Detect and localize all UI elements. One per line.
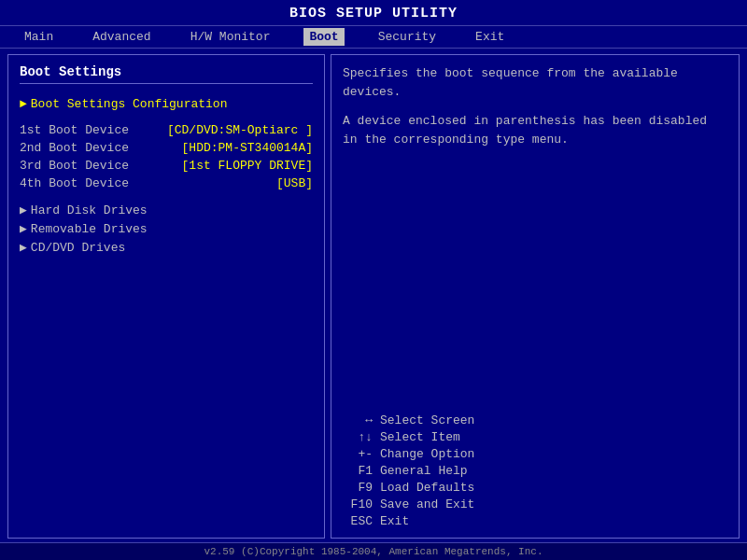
- key-symbol: F1: [343, 464, 380, 478]
- main-content: Boot Settings ► Boot Settings Configurat…: [7, 54, 740, 539]
- sub-link[interactable]: ▶Removable Drives: [20, 221, 313, 236]
- key-row: ↔Select Screen: [343, 413, 727, 427]
- boot-device-label: 1st Boot Device: [20, 123, 160, 137]
- menu-item-hwmonitor[interactable]: H/W Monitor: [185, 28, 276, 46]
- key-row: ↑↓Select Item: [343, 430, 727, 444]
- boot-device-value: [1st FLOPPY DRIVE]: [182, 159, 313, 173]
- boot-device-label: 4th Boot Device: [20, 176, 160, 190]
- arrow-icon: ▶: [20, 221, 27, 236]
- key-description: Select Item: [380, 430, 460, 444]
- key-row: F1General Help: [343, 464, 727, 478]
- sub-link-label: Hard Disk Drives: [31, 203, 148, 217]
- menu-item-advanced[interactable]: Advanced: [87, 28, 156, 46]
- sub-link-label: Removable Drives: [31, 222, 148, 236]
- boot-device-row[interactable]: 1st Boot Device[CD/DVD:SM-Optiarc ]: [20, 122, 313, 138]
- key-row: F9Load Defaults: [343, 481, 727, 495]
- help-section: Specifies the boot sequence from the ava…: [343, 64, 727, 160]
- key-symbol: +-: [343, 447, 380, 461]
- sub-link-label: CD/DVD Drives: [31, 241, 125, 255]
- key-description: Load Defaults: [380, 481, 474, 495]
- boot-device-label: 2nd Boot Device: [20, 141, 160, 155]
- boot-device-value: [CD/DVD:SM-Optiarc ]: [167, 123, 313, 137]
- key-description: Exit: [380, 514, 409, 528]
- key-symbol: F10: [343, 497, 380, 511]
- key-row: F10Save and Exit: [343, 497, 727, 511]
- help-text-2: A device enclosed in parenthesis has bee…: [343, 112, 727, 148]
- boot-device-label: 3rd Boot Device: [20, 159, 160, 173]
- key-symbol: ESC: [343, 514, 380, 528]
- sub-link[interactable]: ▶CD/DVD Drives: [20, 240, 313, 255]
- menu-item-main[interactable]: Main: [19, 28, 59, 46]
- boot-device-value: [USB]: [276, 176, 313, 190]
- boot-device-row[interactable]: 2nd Boot Device[HDD:PM-ST340014A]: [20, 140, 313, 156]
- footer-text: v2.59 (C)Copyright 1985-2004, American M…: [204, 546, 543, 557]
- key-help-section: ↔Select Screen↑↓Select Item+-Change Opti…: [343, 413, 727, 528]
- key-description: General Help: [380, 464, 468, 478]
- key-row: ESCExit: [343, 514, 727, 528]
- menu-item-exit[interactable]: Exit: [470, 28, 510, 46]
- boot-device-list: 1st Boot Device[CD/DVD:SM-Optiarc ]2nd B…: [20, 122, 313, 191]
- key-row: +-Change Option: [343, 447, 727, 461]
- menu-item-boot[interactable]: Boot: [303, 28, 344, 46]
- boot-device-row[interactable]: 3rd Boot Device[1st FLOPPY DRIVE]: [20, 158, 313, 174]
- arrow-icon: ▶: [20, 203, 27, 217]
- title-bar: BIOS SETUP UTILITY: [0, 0, 747, 25]
- menu-bar: Main Advanced H/W Monitor Boot Security …: [0, 25, 747, 49]
- boot-device-row[interactable]: 4th Boot Device[USB]: [20, 175, 313, 191]
- bios-title: BIOS SETUP UTILITY: [289, 6, 458, 21]
- key-description: Save and Exit: [380, 497, 474, 511]
- arrow-icon: ►: [20, 97, 27, 111]
- help-text-1: Specifies the boot sequence from the ava…: [343, 64, 727, 101]
- key-description: Change Option: [380, 447, 474, 461]
- boot-device-value: [HDD:PM-ST340014A]: [182, 141, 313, 155]
- key-symbol: F9: [343, 481, 380, 495]
- key-symbol: ↑↓: [343, 430, 380, 444]
- sub-links-list: ▶Hard Disk Drives▶Removable Drives▶CD/DV…: [20, 199, 313, 255]
- boot-settings-config-link[interactable]: ► Boot Settings Configuration: [20, 97, 313, 111]
- key-symbol: ↔: [343, 413, 380, 427]
- left-panel: Boot Settings ► Boot Settings Configurat…: [7, 54, 325, 539]
- sub-link[interactable]: ▶Hard Disk Drives: [20, 203, 313, 217]
- right-panel: Specifies the boot sequence from the ava…: [331, 54, 740, 539]
- footer: v2.59 (C)Copyright 1985-2004, American M…: [0, 542, 747, 560]
- bios-screen: BIOS SETUP UTILITY Main Advanced H/W Mon…: [0, 0, 747, 560]
- section-title: Boot Settings: [20, 64, 313, 84]
- menu-item-security[interactable]: Security: [373, 28, 442, 46]
- arrow-icon: ▶: [20, 240, 27, 255]
- key-description: Select Screen: [380, 413, 474, 427]
